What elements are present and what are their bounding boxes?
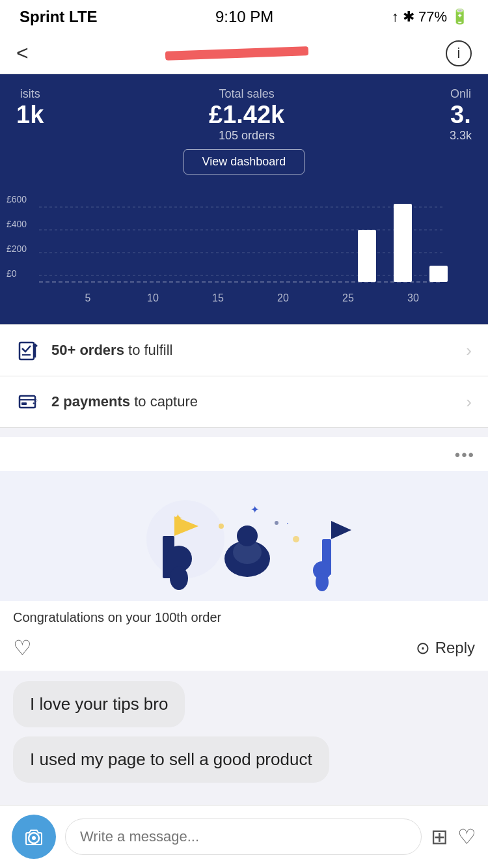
orders-icon: [16, 338, 41, 363]
y-label-400: £400: [7, 219, 27, 229]
svg-rect-5: [358, 230, 376, 282]
y-label-200: £200: [7, 244, 27, 254]
bottom-bar: ⊞ ♡: [0, 805, 488, 868]
header: < i: [0, 33, 488, 74]
online-label: Onli: [450, 87, 472, 101]
svg-rect-6: [394, 204, 412, 282]
svg-text:15: 15: [212, 292, 224, 303]
heart-button[interactable]: ♡: [457, 824, 476, 849]
info-button[interactable]: i: [446, 40, 472, 66]
orders-text: 50+ orders to fulfill: [51, 342, 466, 359]
orders-action-item[interactable]: 50+ orders to fulfill ›: [0, 325, 488, 376]
payments-action-item[interactable]: 2 payments to capture ›: [0, 376, 488, 428]
total-sales-value: £1.42k: [209, 101, 284, 129]
total-sales-stat: Total sales £1.42k 105 orders: [209, 87, 284, 143]
visits-value: 1k: [16, 101, 44, 129]
svg-marker-30: [331, 521, 351, 539]
svg-point-40: [32, 836, 36, 840]
payments-chevron-icon: ›: [466, 392, 472, 412]
svg-text:·: ·: [286, 518, 289, 528]
message-input[interactable]: [65, 819, 422, 855]
online-stat: Onli 3. 3.3k: [450, 87, 472, 143]
chat-message-1: I love your tips bro: [13, 681, 185, 727]
online-value: 3.: [450, 101, 472, 129]
carrier-label: Sprint LTE: [20, 8, 98, 26]
orders-chevron-icon: ›: [466, 341, 472, 361]
dashboard-card: isits 1k Total sales £1.42k 105 orders O…: [0, 74, 488, 188]
svg-point-32: [316, 573, 329, 591]
visits-label: isits: [16, 87, 44, 101]
svg-text:10: 10: [147, 292, 159, 303]
post-card: •••: [0, 437, 488, 671]
post-illustration: ✦ ✦ ·: [0, 471, 488, 601]
camera-icon: ⊙: [416, 638, 430, 658]
total-sales-label: Total sales: [209, 87, 284, 101]
svg-rect-17: [20, 396, 35, 408]
y-label-600: £600: [7, 194, 27, 204]
svg-point-28: [237, 525, 258, 546]
camera-capture-button[interactable]: [12, 815, 56, 859]
back-button[interactable]: <: [16, 41, 29, 65]
post-caption: Congratulations on your 100th order: [0, 601, 488, 629]
svg-point-33: [219, 524, 224, 529]
online-sub: 3.3k: [450, 129, 472, 143]
chat-area: I love your tips bro I used my page to s…: [0, 671, 488, 793]
action-items-list: 50+ orders to fulfill › 2 payments to ca…: [0, 324, 488, 428]
orders-value: 105 orders: [209, 129, 284, 143]
like-button[interactable]: ♡: [13, 636, 32, 660]
svg-text:✦: ✦: [251, 504, 259, 515]
reply-button[interactable]: ⊙ Reply: [416, 638, 475, 658]
svg-text:30: 30: [407, 292, 419, 303]
reply-label: Reply: [435, 639, 475, 657]
payments-text: 2 payments to capture: [51, 393, 466, 410]
time-label: 9:10 PM: [215, 8, 273, 26]
post-card-header: •••: [0, 437, 488, 471]
info-icon: i: [457, 45, 461, 62]
svg-point-25: [170, 567, 188, 590]
svg-rect-7: [429, 266, 448, 282]
battery-label: ↑ ✱ 77% 🔋: [392, 8, 468, 25]
status-bar: Sprint LTE 9:10 PM ↑ ✱ 77% 🔋: [0, 0, 488, 33]
more-options-button[interactable]: •••: [455, 446, 475, 464]
svg-text:✦: ✦: [172, 511, 183, 525]
chat-message-2: I used my page to sell a good product: [13, 736, 329, 783]
photo-button[interactable]: ⊞: [431, 824, 448, 849]
sales-chart: 5 10 15 20 25 30 £600 £400 £200 £0: [0, 188, 488, 324]
svg-point-34: [275, 521, 278, 525]
svg-text:20: 20: [277, 292, 289, 303]
payments-icon: [16, 389, 41, 414]
svg-rect-19: [21, 402, 27, 405]
svg-text:25: 25: [342, 292, 354, 303]
svg-point-35: [293, 536, 299, 542]
svg-text:5: 5: [85, 292, 91, 303]
view-dashboard-button[interactable]: View dashboard: [183, 149, 305, 175]
post-footer: ♡ ⊙ Reply: [0, 629, 488, 671]
visits-stat: isits 1k: [16, 87, 44, 143]
y-label-0: £0: [7, 268, 27, 279]
header-title-redacted: [165, 46, 308, 61]
